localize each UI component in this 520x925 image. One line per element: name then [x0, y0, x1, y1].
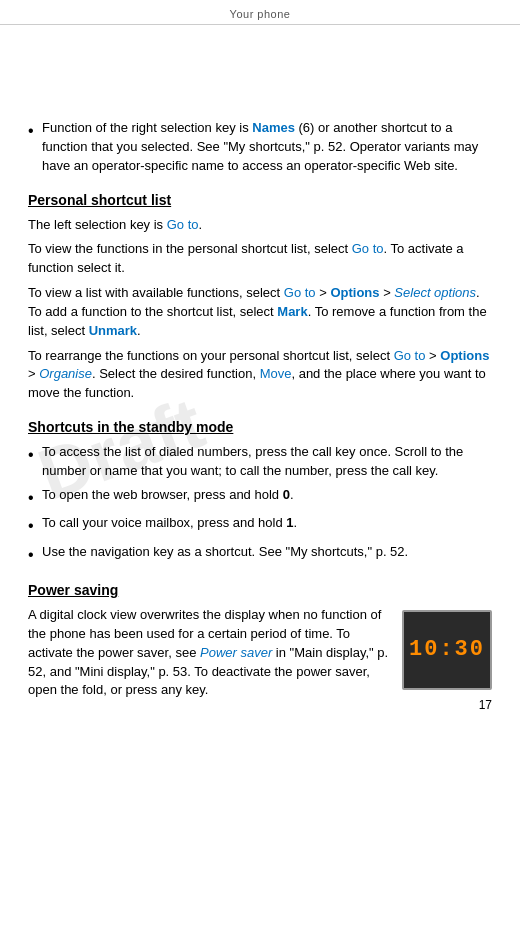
personal-para4: To rearrange the functions on your perso… — [28, 347, 492, 404]
select-options-link: Select options — [394, 285, 476, 300]
options-link-1: Options — [330, 285, 379, 300]
intro-bullet-item: • Function of the right selection key is… — [28, 119, 492, 176]
move-link: Move — [260, 366, 292, 381]
goto-link-2: Go to — [352, 241, 384, 256]
power-saving-container: A digital clock view overwrites the disp… — [28, 606, 492, 700]
bullet-dot-4: • — [28, 544, 42, 566]
power-saver-link: Power saver — [200, 645, 272, 660]
mark-link: Mark — [277, 304, 307, 319]
personal-para2: To view the functions in the personal sh… — [28, 240, 492, 278]
bullet-dot-3: • — [28, 515, 42, 537]
names-link: Names — [252, 120, 295, 135]
bullet-dot: • — [28, 120, 42, 142]
shortcut-bullet-text-1: To access the list of dialed numbers, pr… — [42, 443, 492, 481]
shortcut-bullet-text-2: To open the web browser, press and hold … — [42, 486, 294, 505]
clock-display: 10:30 — [409, 637, 485, 662]
zero-bold: 0 — [283, 487, 290, 502]
shortcut-bullet-4: • Use the navigation key as a shortcut. … — [28, 543, 492, 566]
personal-shortcut-heading: Personal shortcut list — [28, 192, 492, 208]
clock-image: 10:30 — [402, 610, 492, 690]
goto-link-4: Go to — [394, 348, 426, 363]
organise-link: Organise — [39, 366, 92, 381]
intro-bullet-section: • Function of the right selection key is… — [28, 119, 492, 176]
power-saving-section: Power saving A digital clock view overwr… — [28, 582, 492, 700]
bullet-dot-1: • — [28, 444, 42, 466]
goto-link-1: Go to — [167, 217, 199, 232]
power-saving-heading: Power saving — [28, 582, 492, 598]
bullet-dot-2: • — [28, 487, 42, 509]
options-link-2: Options — [440, 348, 489, 363]
shortcut-bullet-3: • To call your voice mailbox, press and … — [28, 514, 492, 537]
unmark-link: Unmark — [89, 323, 137, 338]
header-title: Your phone — [230, 8, 291, 20]
shortcuts-standby-heading: Shortcuts in the standby mode — [28, 419, 492, 435]
shortcut-bullet-text-3: To call your voice mailbox, press and ho… — [42, 514, 297, 533]
shortcuts-bullets: • To access the list of dialed numbers, … — [28, 443, 492, 566]
shortcut-bullet-2: • To open the web browser, press and hol… — [28, 486, 492, 509]
shortcut-bullet-text-4: Use the navigation key as a shortcut. Se… — [42, 543, 408, 562]
page-number: 17 — [479, 698, 492, 712]
shortcuts-standby-section: Shortcuts in the standby mode • To acces… — [28, 419, 492, 566]
personal-shortcut-section: Personal shortcut list The left selectio… — [28, 192, 492, 404]
personal-para3: To view a list with available functions,… — [28, 284, 492, 341]
goto-link-3: Go to — [284, 285, 316, 300]
intro-bullet-text: Function of the right selection key is N… — [42, 119, 492, 176]
page-header: Your phone — [0, 0, 520, 25]
shortcut-bullet-1: • To access the list of dialed numbers, … — [28, 443, 492, 481]
power-saving-text: A digital clock view overwrites the disp… — [28, 606, 390, 700]
personal-para1: The left selection key is Go to. — [28, 216, 492, 235]
